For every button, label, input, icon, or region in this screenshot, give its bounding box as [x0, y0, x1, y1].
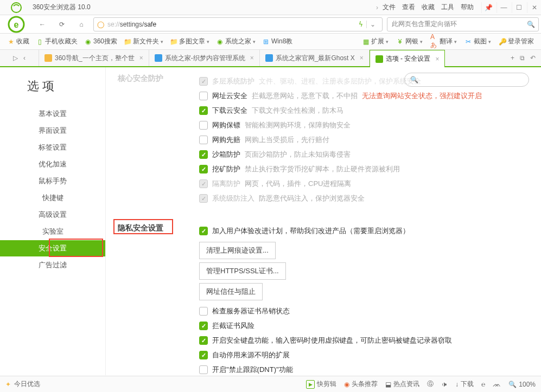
address-dropdown-icon[interactable]: ⌄: [366, 21, 379, 28]
pin-button[interactable]: 📌: [481, 2, 495, 13]
sidebar-item-4[interactable]: 鼠标手势: [0, 173, 105, 189]
toolbar-截图[interactable]: ✂截图: [462, 36, 494, 47]
option-desc: 防恶意代码注入，保护浏览器安全: [259, 194, 365, 203]
option-desc: 智能检测网购环境，保障购物安全: [245, 120, 351, 130]
checkbox[interactable]: [199, 165, 208, 173]
close-tab-icon[interactable]: ×: [250, 54, 254, 62]
menu-help[interactable]: 帮助: [461, 3, 474, 12]
checkbox: [199, 194, 208, 203]
new-tab-button[interactable]: +: [511, 54, 514, 62]
star-icon: ✦: [5, 381, 11, 388]
bookmark-多图文章[interactable]: 📁多图文章: [167, 36, 212, 47]
back-button[interactable]: ←: [35, 17, 50, 31]
nav-logo-icon: e: [2, 15, 30, 34]
search-icon[interactable]: 🔍: [523, 21, 538, 28]
tab[interactable]: 选项 - 安全设置 ×: [370, 50, 445, 67]
menu-fav[interactable]: 收藏: [422, 3, 435, 12]
checkbox[interactable]: [199, 106, 208, 115]
option-label: 自动停用来源不明的扩展: [212, 350, 290, 360]
checkbox[interactable]: [199, 365, 208, 374]
tab[interactable]: 系统之家官网_最新Ghost X ×: [260, 50, 370, 66]
close-tab-icon[interactable]: ×: [360, 54, 364, 62]
checkbox[interactable]: [199, 121, 208, 130]
bookmark-手机收藏夹[interactable]: ▯手机收藏夹: [33, 36, 80, 47]
downloads[interactable]: 下载: [461, 380, 474, 389]
key-icon: 🔑: [499, 38, 506, 46]
hot-news[interactable]: 热点资讯: [393, 380, 419, 389]
menu-chevron-icon[interactable]: ›: [376, 4, 378, 11]
sidebar-item-6[interactable]: 高级设置: [0, 207, 105, 223]
sidebar-item-9[interactable]: 广告过滤: [0, 257, 105, 273]
checkbox[interactable]: [199, 351, 208, 359]
sidebar-toggle[interactable]: ▷ ‹: [0, 50, 39, 66]
speed-icon[interactable]: Ⓖ: [427, 380, 434, 389]
checkbox[interactable]: [199, 227, 208, 235]
checkbox[interactable]: [199, 336, 208, 345]
fav-icon[interactable]: ℮: [481, 381, 485, 388]
privacy-button[interactable]: 清理上网痕迹设置...: [199, 242, 276, 259]
today-picks[interactable]: 今日优选: [14, 380, 40, 389]
close-tab-icon[interactable]: ×: [435, 55, 439, 63]
tab-label: 选项 - 安全设置: [386, 54, 431, 63]
bookmark-收藏[interactable]: ★收藏: [4, 36, 32, 47]
zoom-level[interactable]: 100%: [519, 381, 536, 388]
globe-icon: ◉: [216, 38, 224, 46]
option-label: 下载云安全: [212, 106, 247, 115]
favicon: [155, 54, 162, 62]
sidebar-item-7[interactable]: 实验室: [0, 223, 105, 240]
menu-tools[interactable]: 工具: [441, 3, 454, 12]
fast-icon[interactable]: ϟ: [359, 21, 363, 28]
checkbox[interactable]: [199, 307, 208, 316]
sidebar-item-2[interactable]: 标签设置: [0, 139, 105, 156]
privacy-button[interactable]: 管理HTTPS/SSL证书...: [199, 262, 286, 280]
checkbox[interactable]: [199, 150, 208, 159]
sidebar-item-8[interactable]: 安全设置: [0, 240, 105, 256]
toolbar-网银[interactable]: ¥网银: [393, 36, 425, 47]
checkbox[interactable]: [199, 136, 208, 144]
menu-file[interactable]: 文件: [383, 3, 396, 12]
restore-tab-button[interactable]: ↶: [530, 54, 536, 62]
net-icon[interactable]: ᨏ: [493, 381, 501, 388]
sidebar-item-0[interactable]: 基本设置: [0, 106, 105, 122]
toolbar-扩展[interactable]: ▦扩展: [359, 36, 391, 47]
bookmark-系统之家[interactable]: ◉系统之家: [213, 36, 258, 47]
sidebar-item-1[interactable]: 界面设置: [0, 123, 105, 139]
headlines[interactable]: 头条推荐: [352, 380, 378, 389]
minimize-button[interactable]: —: [497, 2, 511, 13]
highlight-box: [49, 239, 103, 257]
address-bar[interactable]: ◯ se://settings/safe ϟ ⌄: [93, 17, 383, 31]
mute-icon[interactable]: 🕩: [441, 381, 448, 388]
toolbar-翻译[interactable]: Aあ翻译: [428, 36, 460, 47]
menu-view[interactable]: 查看: [402, 3, 415, 12]
checkbox[interactable]: [199, 322, 208, 330]
home-button[interactable]: ⌂: [74, 17, 89, 31]
duplicate-tab-button[interactable]: ⧉: [520, 54, 525, 62]
settings-search[interactable]: 🔍: [404, 73, 529, 87]
globe-icon: ◉: [84, 38, 92, 46]
reload-button[interactable]: ⟳: [54, 17, 69, 31]
grid-icon: ▦: [362, 38, 370, 46]
bookmark-Win8教[interactable]: ⊞Win8教: [259, 36, 295, 47]
bookmark-360搜索[interactable]: ◉360搜索: [81, 36, 120, 47]
checkbox[interactable]: [199, 92, 208, 100]
search-icon: 🔍: [410, 76, 418, 83]
bookmark-新文件夹[interactable]: 📁新文件夹: [121, 36, 166, 47]
tab-label: 360导航_一个主页，整个世: [55, 54, 135, 63]
search-input[interactable]: [387, 21, 523, 28]
tab[interactable]: 系统之家-织梦内容管理系统 ×: [149, 50, 260, 66]
option-label: 网购保镖: [212, 120, 240, 130]
search-bar[interactable]: 🔍: [387, 17, 539, 31]
zoom-icon[interactable]: 🔍: [508, 381, 517, 388]
sidebar-item-3[interactable]: 优化加速: [0, 156, 105, 172]
section-core-label: 核心安全防护: [118, 73, 199, 207]
close-tab-icon[interactable]: ×: [139, 54, 143, 62]
tab[interactable]: 360导航_一个主页，整个世 ×: [39, 50, 149, 66]
play-icon[interactable]: ▶: [306, 380, 315, 389]
favicon: [375, 55, 383, 63]
quick-clip[interactable]: 快剪辑: [317, 380, 336, 389]
close-button[interactable]: ✕: [527, 2, 541, 13]
toolbar-登录管家[interactable]: 🔑登录管家: [496, 36, 537, 47]
maximize-button[interactable]: ☐: [512, 2, 526, 13]
privacy-button[interactable]: 网址信任与阻止: [199, 283, 263, 300]
sidebar-item-5[interactable]: 快捷键: [0, 190, 105, 206]
